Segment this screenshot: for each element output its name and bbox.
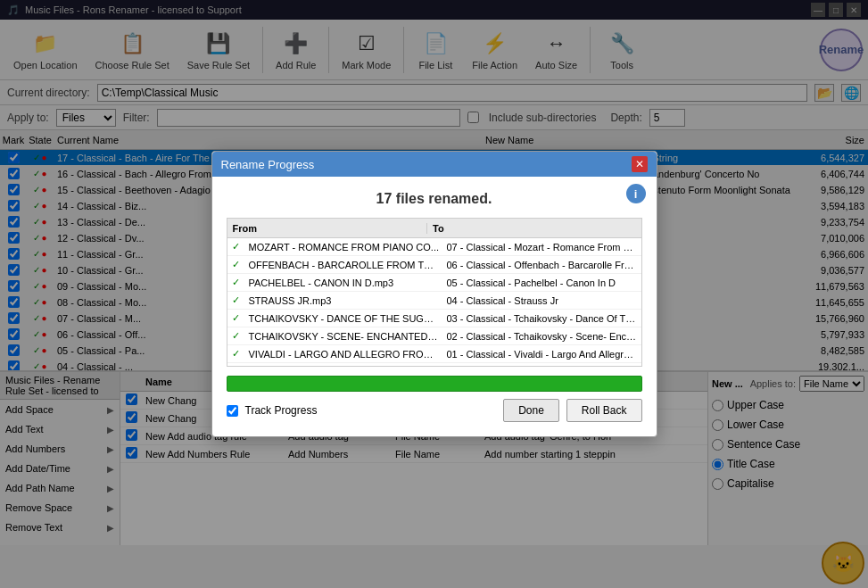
modal-progress-area (227, 376, 642, 392)
modal-row[interactable]: ✓ STRAUSS JR.mp3 04 - Classical - Straus… (227, 292, 641, 310)
modal-row[interactable]: ✓ TCHAIKOVSKY - SCENE- ENCHANTED LA... 0… (227, 327, 641, 345)
modal-row[interactable]: ✓ OFFENBACH - BARCAROLLE FROM THE ... 06… (227, 256, 641, 274)
modal-cell-from: MOZART - ROMANCE FROM PIANO CO... (245, 242, 443, 253)
modal-to-header: To (427, 223, 627, 234)
modal-row-check: ✓ (227, 348, 245, 360)
modal-cell-from: TCHAIKOVSKY - SCENE- ENCHANTED LA... (245, 331, 443, 342)
modal-cell-to: 07 - Classical - Mozart - Romance From P… (443, 242, 641, 253)
modal-row-check: ✓ (227, 294, 245, 306)
modal-check-icon: ✓ (232, 294, 240, 306)
info-icon[interactable]: i (626, 184, 646, 203)
track-progress-label: Track Progress (245, 404, 318, 417)
modal-row-check: ✓ (227, 259, 245, 270)
modal-row-check: ✓ (227, 241, 245, 253)
modal-title-bar: Rename Progress ✕ (212, 152, 657, 177)
modal-cell-from: TCHAIKOVSKY - DANCE OF THE SUGAR-.... (245, 313, 443, 324)
modal-row[interactable]: ✓ VIVALDI - LARGO AND ALLEGRO FROM T... … (227, 345, 641, 363)
modal-from-header: From (227, 223, 428, 234)
roll-back-button[interactable]: Roll Back (566, 399, 642, 422)
modal-row-check: ✓ (227, 330, 245, 342)
modal-cell-to: 06 - Classical - Offenbach - Barcarolle … (443, 260, 641, 270)
modal-cell-from: STRAUSS JR.mp3 (245, 295, 443, 306)
rename-progress-modal: Rename Progress ✕ 17 files renamed. i Fr… (211, 151, 657, 437)
modal-cell-from: VIVALDI - LARGO AND ALLEGRO FROM T... (245, 349, 443, 360)
modal-check-icon: ✓ (232, 241, 240, 253)
modal-row-check: ✓ (227, 277, 245, 288)
modal-check-icon: ✓ (232, 277, 240, 288)
modal-body: 17 files renamed. i From To ✓ MOZART - R… (212, 177, 657, 436)
modal-title: Rename Progress (221, 158, 315, 171)
modal-cell-from: OFFENBACH - BARCAROLLE FROM THE ... (245, 260, 443, 270)
track-progress-checkbox[interactable] (227, 405, 238, 417)
modal-cell-to: 01 - Classical - Vivaldi - Largo And All… (443, 349, 641, 360)
modal-check-icon: ✓ (232, 259, 240, 270)
modal-overlay: Rename Progress ✕ 17 files renamed. i Fr… (0, 0, 868, 588)
modal-cell-to: 03 - Classical - Tchaikovsky - Dance Of … (443, 313, 641, 324)
modal-table-body: ✓ MOZART - ROMANCE FROM PIANO CO... 07 -… (227, 237, 642, 367)
modal-check-icon: ✓ (232, 348, 240, 360)
modal-headline: 17 files renamed. (227, 191, 642, 207)
modal-cell-from: PACHELBEL - CANON IN D.mp3 (245, 277, 443, 288)
modal-row-check: ✓ (227, 312, 245, 324)
modal-cell-to: 05 - Classical - Pachelbel - Canon In D (443, 277, 641, 288)
modal-row[interactable]: ✓ MOZART - ROMANCE FROM PIANO CO... 07 -… (227, 238, 641, 256)
modal-row[interactable]: ✓ TCHAIKOVSKY - DANCE OF THE SUGAR-.... … (227, 310, 641, 327)
modal-progress-bar (227, 376, 642, 392)
modal-row[interactable]: ✓ PACHELBEL - CANON IN D.mp3 05 - Classi… (227, 274, 641, 292)
modal-table-header: From To (227, 218, 642, 237)
modal-cell-to: 02 - Classical - Tchaikovsky - Scene- En… (443, 331, 641, 342)
modal-cell-to: 04 - Classical - Strauss Jr (443, 295, 641, 306)
done-button[interactable]: Done (503, 399, 559, 422)
modal-check-icon: ✓ (232, 330, 240, 342)
modal-check-icon: ✓ (232, 312, 240, 324)
modal-close-button[interactable]: ✕ (632, 156, 648, 172)
modal-footer: Track Progress Done Roll Back (227, 399, 642, 422)
